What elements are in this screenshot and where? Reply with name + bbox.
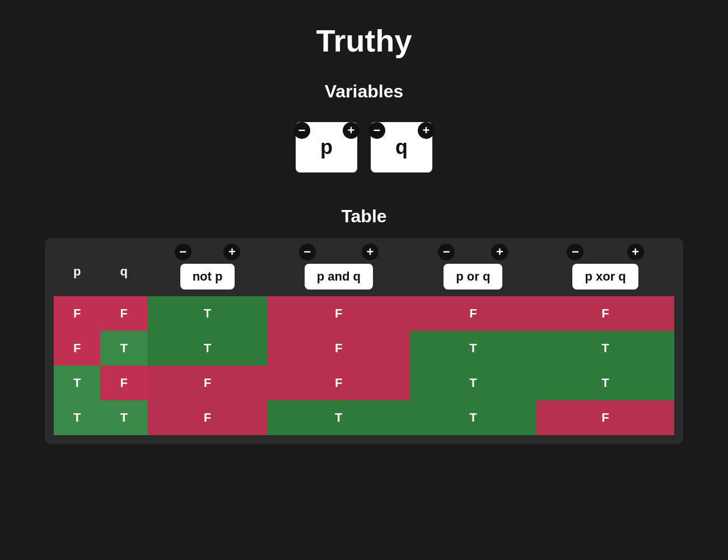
table-cell: F — [100, 296, 147, 331]
table-cell: T — [147, 331, 268, 366]
variables-row: − p + − q + — [296, 113, 432, 172]
table-section-title: Table — [341, 206, 386, 227]
table-row: FTTFTT — [54, 331, 674, 366]
col-header-p-or-q: − p or q + — [410, 247, 537, 296]
table-row: FFTFFF — [54, 296, 674, 331]
table-row: TTFTTF — [54, 400, 674, 435]
variable-p-plus-button[interactable]: + — [343, 122, 360, 139]
formula-not-p-box: not p — [180, 264, 235, 290]
table-body: FFTFFFFTTFTTTFFFTTTTFTTF — [54, 296, 674, 435]
table-cell: T — [100, 331, 147, 366]
col-header-q: q — [100, 247, 147, 296]
col-header-not-p: − not p + — [147, 247, 268, 296]
table-cell: T — [147, 296, 268, 331]
table-cell: T — [268, 400, 409, 435]
formula-p-or-q-box: p or q — [444, 264, 502, 290]
formula-not-p-plus-button[interactable]: + — [223, 244, 240, 260]
formula-p-xor-q-minus-button[interactable]: − — [567, 244, 584, 260]
table-cell: T — [536, 331, 674, 366]
variable-box-p: − p + — [296, 122, 357, 172]
table-row: TFFFTT — [54, 366, 674, 400]
table-cell: F — [147, 400, 268, 435]
variables-section-title: Variables — [325, 81, 404, 102]
formula-p-or-q-plus-button[interactable]: + — [491, 244, 508, 260]
variable-q-label: q — [395, 136, 408, 159]
table-cell: T — [410, 331, 537, 366]
formula-p-xor-q-plus-button[interactable]: + — [627, 244, 644, 260]
table-cell: F — [100, 366, 147, 400]
col-header-p-xor-q: − p xor q + — [536, 247, 674, 296]
variable-q-plus-button[interactable]: + — [418, 122, 435, 139]
app-title: Truthy — [316, 22, 412, 59]
truth-table: p q − not p + — [54, 247, 674, 435]
col-header-p: p — [54, 247, 100, 296]
table-cell: F — [410, 296, 537, 331]
table-header-row: p q − not p + — [54, 247, 674, 296]
variable-card-q: − q + — [371, 113, 432, 172]
table-cell: T — [536, 366, 674, 400]
variable-p-label: p — [320, 136, 333, 159]
table-cell: F — [54, 296, 100, 331]
table-cell: F — [147, 366, 268, 400]
table-cell: T — [54, 400, 100, 435]
table-cell: F — [268, 331, 409, 366]
formula-p-and-q-box: p and q — [305, 264, 373, 290]
table-cell: T — [410, 400, 537, 435]
variables-section: Variables − p + − q + — [296, 64, 432, 172]
formula-p-and-q-plus-button[interactable]: + — [362, 244, 379, 260]
formula-not-p-minus-button[interactable]: − — [175, 244, 192, 260]
variable-card-p: − p + — [296, 113, 357, 172]
table-cell: F — [536, 296, 674, 331]
table-cell: T — [100, 400, 147, 435]
col-header-p-and-q: − p and q + — [268, 247, 409, 296]
table-cell: T — [54, 366, 100, 400]
table-section: Table p q − not p — [0, 189, 728, 444]
formula-p-or-q-minus-button[interactable]: − — [438, 244, 455, 260]
variable-q-minus-button[interactable]: − — [368, 122, 385, 139]
table-cell: F — [268, 366, 409, 400]
variable-p-minus-button[interactable]: − — [293, 122, 310, 139]
variable-box-q: − q + — [371, 122, 432, 172]
table-cell: F — [54, 331, 100, 366]
formula-p-xor-q-box: p xor q — [572, 264, 638, 290]
table-cell: T — [410, 366, 537, 400]
table-cell: F — [536, 400, 674, 435]
formula-p-and-q-minus-button[interactable]: − — [299, 244, 316, 260]
table-wrapper: p q − not p + — [45, 238, 683, 444]
table-cell: F — [268, 296, 409, 331]
